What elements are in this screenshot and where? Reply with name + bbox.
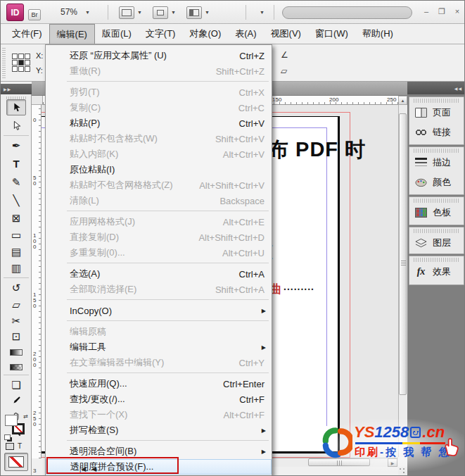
menu-separator [67, 299, 269, 300]
scroll-up-button[interactable]: ▲ [398, 96, 407, 105]
menu-window[interactable]: 窗口(W) [308, 24, 355, 44]
menu-item-paste[interactable]: 粘贴(P)Ctrl+V [46, 115, 272, 131]
menu-item-edit-with[interactable]: 编辑工具▶ [46, 339, 272, 355]
menu-item-redo[interactable]: 重做(R)Shift+Ctrl+Z [46, 63, 272, 79]
close-button[interactable]: × [451, 6, 464, 16]
first-page-button[interactable]: |◀ [79, 465, 86, 472]
scissors-tool[interactable]: ✂ [6, 313, 26, 329]
rectangle-tool[interactable]: ▭ [6, 227, 26, 243]
menu-item-edit-in-story-editor[interactable]: 在文章编辑器中编辑(Y)Ctrl+Y [46, 355, 272, 370]
type-tool[interactable]: T [6, 156, 26, 172]
menu-object[interactable]: 对象(O) [182, 24, 228, 44]
zoom-level-value[interactable]: 57% [60, 7, 77, 17]
minimize-button[interactable]: – [420, 6, 433, 16]
layers-panel-button[interactable]: 图层 [409, 233, 464, 253]
arrange-documents-caret[interactable]: ▼ [205, 10, 210, 15]
free-transform-tool[interactable]: ⊡ [6, 328, 26, 344]
menu-item-clear[interactable]: 清除(L)Backspace [46, 193, 272, 208]
menu-help[interactable]: 帮助(H) [355, 24, 400, 44]
menu-file[interactable]: 文件(F) [5, 24, 49, 44]
titlebar-separator [108, 5, 108, 20]
menu-item-deselect-all[interactable]: 全部取消选择(E)Shift+Ctrl+A [46, 282, 272, 297]
search-input[interactable] [282, 6, 412, 19]
view-options-icon[interactable] [119, 6, 134, 19]
view-options-caret[interactable]: ▼ [137, 10, 142, 15]
frame-tool[interactable]: ⊠ [6, 210, 26, 226]
menu-item-incopy[interactable]: InCopy(O)▶ [46, 303, 272, 318]
default-fill-stroke-icon[interactable] [4, 434, 11, 440]
fill-stroke-swatches[interactable]: ⇄ [4, 415, 28, 437]
vertical-scroll-thumb[interactable] [399, 113, 407, 395]
dock-group: 图层 [409, 227, 464, 254]
menu-item-step-and-repeat[interactable]: 多重复制(0)...Alt+Ctrl+U [46, 245, 272, 261]
dock-header[interactable]: ◀◀ [407, 82, 465, 94]
screen-mode-caret[interactable]: ▼ [171, 10, 176, 15]
vertical-ruler[interactable] [32, 105, 42, 458]
rotate-tool[interactable]: ↺ [6, 280, 26, 296]
pages-icon [415, 108, 427, 118]
vertical-grid-tool[interactable]: ▥ [6, 260, 26, 276]
links-panel-button[interactable]: 链接 [409, 123, 464, 142]
pages-panel-button[interactable]: 页面 [409, 103, 464, 123]
menu-type[interactable]: 文字(T) [139, 24, 183, 44]
scale-tool[interactable]: ▱ [6, 296, 26, 313]
zoom-dropdown-caret[interactable]: ▼ [85, 10, 90, 15]
panel-grip[interactable] [2, 47, 6, 78]
menu-item-undo[interactable]: 还原 “应用文本属性” (U)Ctrl+Z [46, 48, 272, 63]
none-swatch-icon [8, 456, 24, 468]
menu-item-quick-apply[interactable]: 快速应用(Q)...Ctrl+Enter [46, 376, 272, 392]
gradient-tool[interactable] [6, 344, 26, 361]
swap-fill-stroke-icon[interactable]: ⇄ [23, 413, 28, 420]
ruler-tick-label: 100 [33, 233, 39, 250]
menu-table[interactable]: 表(A) [228, 24, 263, 44]
indesign-app-icon: ID [6, 4, 24, 21]
arrange-documents-icon[interactable] [186, 6, 202, 19]
gradient-feather-tool[interactable] [6, 359, 26, 375]
menu-edit[interactable]: 编辑(E) [49, 24, 95, 44]
menu-item-cut[interactable]: 剪切(T)Ctrl+X [46, 84, 272, 100]
tools-panel-header[interactable]: ▶▶ [1, 84, 32, 94]
menu-item-paste-without-grid-format[interactable]: 粘贴时不包含网格格式(Z)Alt+Shift+Ctrl+V [46, 177, 272, 193]
menu-item-edit-original[interactable]: 编辑原稿 [46, 324, 272, 339]
color-panel-button[interactable]: 颜色 [409, 173, 464, 192]
menu-item-paste-without-formatting[interactable]: 粘贴时不包含格式(W)Shift+Ctrl+V [46, 131, 272, 146]
horizontal-grid-tool[interactable]: ▤ [6, 244, 26, 260]
menu-item-paste-into[interactable]: 贴入内部(K)Alt+Ctrl+V [46, 146, 272, 162]
fill-swatch[interactable] [5, 415, 18, 426]
menu-item-find-change[interactable]: 查找/更改(/)...Ctrl+F [46, 392, 272, 407]
screen-mode-icon[interactable] [153, 6, 168, 19]
ruler-origin-box[interactable] [32, 96, 43, 105]
effects-panel-button[interactable]: fx 效果 [409, 262, 464, 282]
submenu-arrow-icon: ▶ [262, 308, 266, 314]
pen-tool[interactable]: ✒ [6, 137, 26, 154]
apply-none-button[interactable] [4, 453, 28, 471]
menu-item-duplicate[interactable]: 直接复制(D)Alt+Shift+Ctrl+D [46, 230, 272, 245]
workspace-dropdown-caret[interactable]: ▼ [260, 10, 265, 15]
menu-layout[interactable]: 版面(L) [95, 24, 139, 44]
reference-point-proxy[interactable] [12, 54, 30, 72]
note-tool[interactable]: ❏ [6, 377, 26, 393]
bridge-button[interactable]: Br [28, 9, 41, 20]
line-tool[interactable]: ╲ [6, 192, 26, 208]
formatting-affects-text-icon[interactable]: T [18, 442, 22, 450]
menu-item-find-next[interactable]: 查找下一个(X)Alt+Ctrl+F [46, 407, 272, 422]
selection-tool[interactable] [6, 99, 26, 115]
menu-item-select-all[interactable]: 全选(A)Ctrl+A [46, 266, 272, 282]
menu-item-apply-grid-format[interactable]: 应用网格格式(J)Alt+Ctrl+E [46, 214, 272, 230]
direct-selection-tool[interactable] [6, 118, 26, 134]
menu-item-paste-in-place[interactable]: 原位粘贴(I) [46, 162, 272, 177]
submenu-arrow-icon: ▶ [262, 449, 266, 455]
edit-dropdown-menu: 还原 “应用文本属性” (U)Ctrl+Z 重做(R)Shift+Ctrl+Z … [45, 44, 272, 476]
menu-view[interactable]: 视图(V) [264, 24, 308, 44]
swatches-panel-button[interactable]: 色板 [409, 203, 464, 223]
formatting-affects-container-icon[interactable] [6, 443, 14, 450]
dock-collapse-icon[interactable]: ◀◀ [454, 86, 462, 91]
stroke-panel-button[interactable]: 描边 [409, 153, 464, 173]
titlebar-separator [246, 5, 246, 20]
previous-page-button[interactable]: ◀ [91, 465, 96, 472]
menu-item-copy[interactable]: 复制(C)Ctrl+C [46, 100, 272, 115]
menu-item-spelling[interactable]: 拼写检查(S)▶ [46, 422, 272, 438]
pencil-tool[interactable]: ✎ [6, 174, 26, 190]
maximize-button[interactable]: ❐ [435, 6, 448, 16]
eyedropper-tool[interactable] [6, 392, 26, 408]
